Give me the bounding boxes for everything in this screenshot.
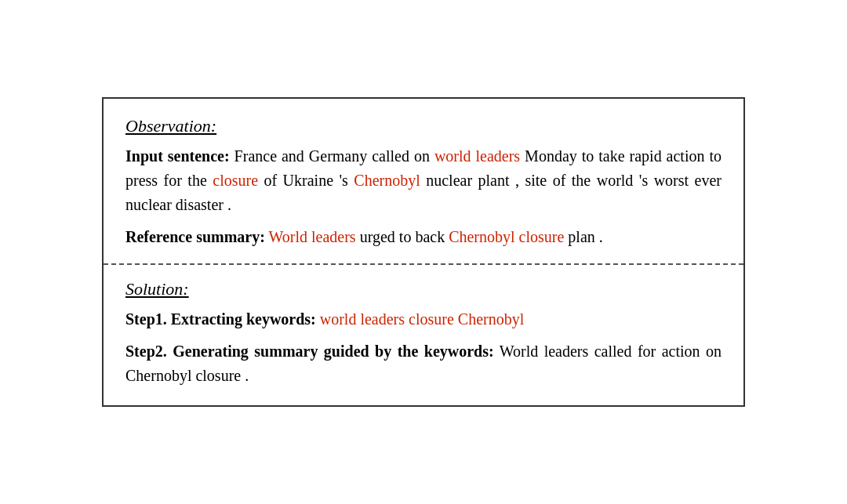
input-highlight-chernobyl: Chernobyl (354, 172, 420, 189)
step1-keywords: world leaders closure Chernobyl (320, 310, 524, 328)
reference-summary-label: Reference summary: (125, 228, 265, 245)
solution-section: Solution: Step1. Extracting keywords: wo… (104, 265, 743, 405)
reference-text-middle: urged to back (356, 228, 449, 245)
reference-highlight-chernobyl-closure: Chernobyl closure (449, 228, 564, 245)
input-highlight-closure: closure (213, 172, 258, 189)
main-card: Observation: Input sentence: France and … (102, 97, 745, 407)
observation-title: Observation: (125, 116, 722, 136)
step1-paragraph: Step1. Extracting keywords: world leader… (125, 307, 722, 332)
step2-label: Step2. Generating summary guided by the … (125, 343, 494, 360)
step1-label: Step1. Extracting keywords: (125, 310, 316, 328)
observation-section: Observation: Input sentence: France and … (104, 99, 743, 263)
input-text-before: France and Germany called on (230, 147, 434, 165)
reference-paragraph: Reference summary: World leaders urged t… (125, 225, 722, 249)
step2-paragraph: Step2. Generating summary guided by the … (125, 339, 722, 388)
reference-highlight-world-leaders: World leaders (269, 228, 356, 245)
input-sentence-label: Input sentence: (125, 147, 230, 165)
input-text-middle2: of Ukraine 's (258, 172, 354, 189)
input-highlight-world-leaders: world leaders (434, 147, 520, 165)
input-paragraph: Input sentence: France and Germany calle… (125, 144, 722, 217)
reference-text-end: plan . (564, 228, 602, 245)
solution-title: Solution: (125, 279, 722, 299)
